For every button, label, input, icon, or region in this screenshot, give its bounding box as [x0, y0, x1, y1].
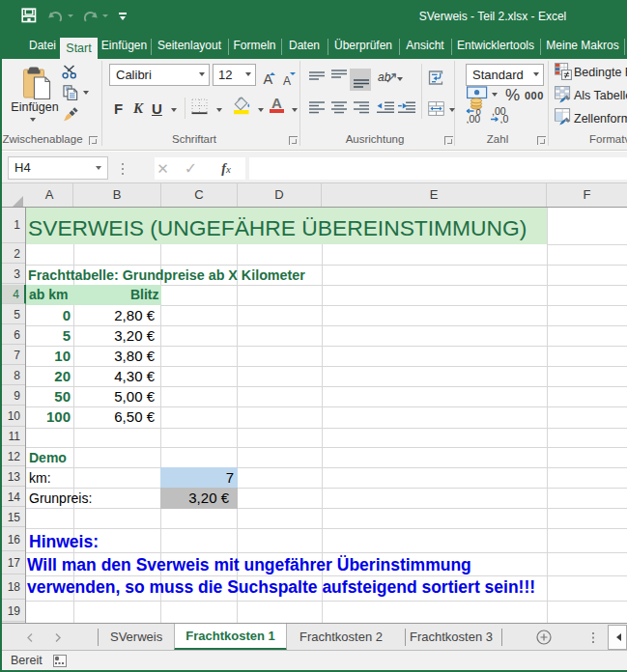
svg-text:,00: ,00	[467, 113, 481, 124]
svg-text:,0: ,0	[500, 113, 509, 124]
